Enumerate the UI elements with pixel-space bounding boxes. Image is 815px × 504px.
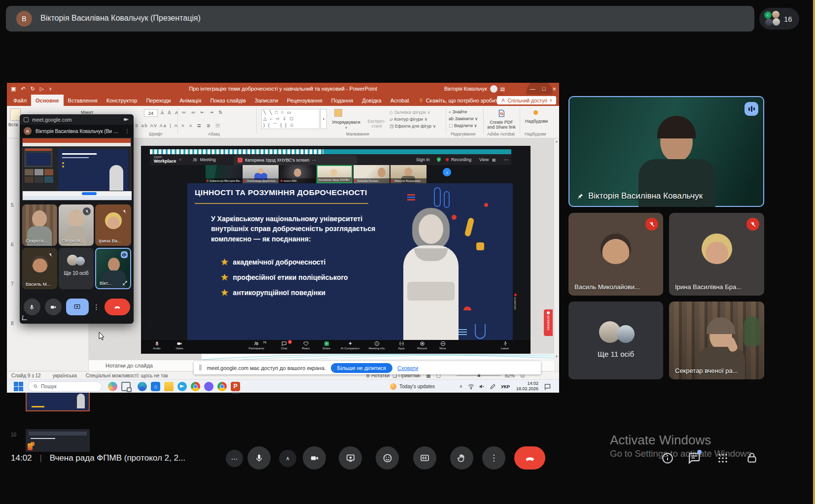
find-button[interactable]: ⌕ Знайти [449, 109, 467, 115]
tell-me-box[interactable]: Скажіть, що потрібно зробити [414, 95, 501, 106]
zoom-share-button[interactable]: Share [316, 341, 337, 350]
close-icon[interactable]: × [552, 85, 556, 93]
mic-button[interactable] [248, 446, 271, 470]
tab-view[interactable]: Подання [327, 95, 357, 106]
reactions-overflow-button[interactable]: ⋯ [226, 450, 243, 467]
zoom-participant-tile[interactable]: Микола Федоренко [390, 165, 426, 183]
zoom-participants-button[interactable]: 75 Participants [246, 341, 267, 350]
activities-button[interactable] [717, 452, 729, 464]
raise-hand-button[interactable] [450, 446, 473, 470]
host-controls-button[interactable] [745, 451, 758, 464]
account-area[interactable]: Вікторія Ковальчук ▤ [444, 83, 505, 95]
pip-tile-self[interactable]: Вікт... [95, 248, 131, 289]
chrome-icon[interactable] [217, 382, 227, 391]
tab-acrobat[interactable]: Acrobat [386, 95, 414, 106]
copilot-icon[interactable] [108, 382, 117, 391]
zoom-chat-button[interactable]: 2 Chat [273, 341, 295, 350]
participant-tile-vasyl[interactable]: Василь Миколайови... [568, 213, 663, 296]
sign-in-link[interactable]: Sign in [416, 157, 430, 162]
participant-tile-secretary[interactable]: Секретар вченої ра... [669, 302, 764, 379]
filmstrip-next-icon[interactable]: › [443, 168, 451, 176]
language-switcher[interactable]: УКР [501, 384, 510, 389]
select-button[interactable]: ⬚ Виділити ∨ [449, 123, 477, 128]
replace-button[interactable]: ab Замінити ∨ [449, 116, 478, 121]
meeting-tab[interactable]: Meeting [200, 157, 215, 162]
telegram-icon[interactable] [177, 382, 187, 391]
tab-transitions[interactable]: Переходи [142, 95, 175, 106]
shared-screen-tab[interactable]: Катерина Удод ХНУВС's screen ⋯ [234, 155, 357, 165]
network-icon[interactable] [468, 383, 474, 390]
paste-icon[interactable] [10, 108, 21, 121]
tab-review[interactable]: Рецензування [283, 95, 327, 106]
more-options-icon[interactable]: ⋮ [125, 129, 130, 134]
quick-access-toolbar[interactable]: ▣ ↶ ↻ ▷ ∨ [11, 83, 52, 95]
zoom-participant-tile[interactable]: Олександр Доренськ... [243, 165, 279, 183]
powerpoint-titlebar[interactable]: Про інтеграцію теми доброчесності у навч… [7, 83, 559, 95]
zoom-record-button[interactable]: Record [411, 341, 433, 350]
tab-animations[interactable]: Анімація [175, 95, 206, 106]
pinned-speaker-tile[interactable]: Вікторія Василівна Ковальчук [568, 96, 764, 207]
scroll-up-icon[interactable]: ▲ [554, 139, 559, 143]
captions-button[interactable] [413, 446, 436, 470]
tab-record[interactable]: Записати [250, 95, 283, 106]
more-options-icon[interactable]: ⋮ [93, 303, 100, 311]
pen-icon[interactable] [490, 383, 496, 390]
canvas-scrollbar[interactable]: ▲ ▼ [554, 138, 559, 371]
zoom-apps-button[interactable]: Apps [390, 341, 412, 350]
viber-icon[interactable] [204, 382, 213, 391]
notification-center-icon[interactable] [544, 383, 551, 390]
shapes-gallery[interactable]: ╲ ╲ □ ○ ▭△ ⌐ ⇨ ⇩ ⬠) ( ⌒ { } ☆ [261, 109, 319, 129]
zoom-audio-button[interactable]: Audio [146, 341, 168, 350]
pip-tile-iryna[interactable]: Ірина Ва... [95, 204, 131, 246]
pip-header[interactable]: meet.google.com [20, 114, 134, 125]
tab-file[interactable]: Файл [9, 95, 31, 106]
qat-customize-icon[interactable]: ∨ [49, 87, 52, 91]
pip-tile-secretary[interactable]: Секрета... [22, 204, 57, 246]
expand-icon[interactable] [122, 280, 128, 286]
zoom-ai-companion-button[interactable]: AI Companion [337, 341, 363, 350]
scroll-down-icon[interactable]: ▼ [554, 355, 559, 358]
participant-tile-overflow[interactable]: Ще 11 осіб [568, 302, 663, 379]
pip-tile-petro[interactable]: Петро М... [59, 204, 94, 246]
alignment-icons[interactable]: ≡ ≡ 〓 ≣ ▤ [181, 123, 222, 129]
present-button[interactable] [339, 446, 362, 470]
chat-button[interactable] [687, 451, 701, 465]
shape-fill-button[interactable]: ◇ Заливка фігури ∨ [390, 110, 430, 115]
zoom-video-button[interactable]: Video [169, 341, 190, 350]
tray-expand-icon[interactable]: ∧ [459, 384, 462, 389]
tab-home[interactable]: Основне [31, 95, 64, 106]
audio-options-chevron[interactable]: ∧ [279, 450, 296, 467]
taskbar-clock[interactable]: 14:02 18.02.2026 [516, 381, 538, 392]
reactions-button[interactable] [376, 446, 399, 470]
save-icon[interactable]: ▣ [11, 86, 16, 92]
task-view-icon[interactable] [121, 382, 131, 391]
minimize-icon[interactable]: — [530, 86, 535, 92]
search-box[interactable]: Пошук [28, 381, 102, 392]
accessibility-status[interactable]: Спеціальні можливості: щось не так [86, 373, 168, 378]
shape-outline-button[interactable]: ▱ Контур фігури ∨ [390, 117, 427, 122]
font-style-icons[interactable]: S ab AV Aa ∣ A [135, 123, 178, 128]
slideshow-icon[interactable]: ▷ [40, 86, 44, 92]
font-size-box[interactable]: 24 [144, 109, 158, 117]
screenrec-widget[interactable]: screenrec [544, 309, 553, 336]
grow-shrink-font-icons[interactable]: А́ А̌ A [161, 110, 179, 115]
drag-handle-icon[interactable]: ‖ [199, 364, 202, 372]
slide-10-thumbnail[interactable] [26, 429, 90, 452]
tab-insert[interactable]: Вставлення [64, 95, 102, 106]
camera-button[interactable] [303, 446, 326, 470]
more-options-button[interactable]: ⋮ [482, 446, 505, 470]
zoom-participant-tile-active[interactable]: Катерина Удод ХНУВС [317, 165, 353, 183]
language-indicator[interactable]: українська [53, 373, 77, 378]
camera-icon[interactable] [123, 117, 129, 122]
chrome-icon[interactable] [191, 382, 200, 391]
arrange-button[interactable]: Упорядкувати∨ [330, 120, 362, 130]
file-explorer-icon[interactable] [164, 382, 174, 391]
chevron-down-icon[interactable]: ∨ [179, 158, 181, 162]
view-button[interactable]: View [479, 157, 489, 162]
start-button[interactable] [14, 382, 23, 391]
zoom-participant-tile[interactable]: Альона Хилько [354, 165, 390, 183]
participant-count-pill[interactable]: C 16 [759, 8, 799, 30]
pip-tile-overflow[interactable]: Ще 10 осіб [59, 248, 94, 289]
shapes-scroll[interactable]: ▾ [320, 109, 327, 129]
zoom-meeting-info-button[interactable]: Meeting info [364, 341, 390, 350]
